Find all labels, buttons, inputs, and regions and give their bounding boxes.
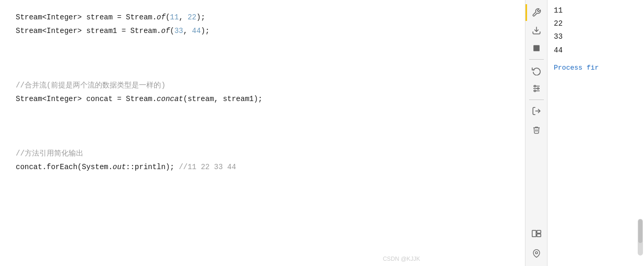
watermark: CSDN @KJJK [383, 256, 420, 262]
layout-button[interactable] [528, 225, 545, 242]
exit-button[interactable] [528, 103, 545, 119]
comment-text: //方法引用简化输出 [16, 147, 83, 160]
stop-button[interactable] [528, 40, 545, 57]
code-text: concat.forEach(System.out::println); //1… [16, 160, 236, 174]
delete-button[interactable] [528, 121, 545, 138]
download-button[interactable] [528, 22, 545, 39]
pin-button[interactable] [528, 245, 545, 262]
code-line-empty-6 [16, 133, 525, 147]
process-finished-text: Process fir [554, 64, 599, 72]
code-line-empty-5 [16, 119, 525, 133]
wrench-button[interactable] [528, 4, 545, 21]
output-line-4: 44 [554, 44, 638, 57]
output-line-1: 11 [554, 4, 638, 17]
svg-rect-10 [536, 230, 541, 233]
sidebar-toolbar [525, 0, 547, 266]
svg-point-7 [534, 90, 535, 92]
main-container: Stream<Integer> stream = Stream.of(11, 2… [0, 0, 644, 266]
output-line-2: 22 [554, 17, 638, 30]
svg-rect-1 [533, 45, 540, 51]
code-line-empty-3 [16, 65, 525, 79]
svg-point-6 [537, 88, 539, 90]
code-text: Stream<Integer> concat = Stream.concat(s… [16, 92, 263, 106]
svg-point-5 [534, 85, 535, 87]
rerun-button[interactable] [528, 62, 545, 79]
code-line-foreach: concat.forEach(System.out::println); //1… [16, 160, 525, 174]
code-line-2: Stream<Integer> stream1 = Stream.of(33, … [16, 24, 525, 38]
toolbar-separator-2 [529, 99, 544, 100]
svg-rect-9 [532, 230, 536, 237]
output-scrollbar[interactable] [638, 219, 643, 256]
code-editor: Stream<Integer> stream = Stream.of(11, 2… [0, 0, 525, 266]
toolbar-separator-1 [529, 59, 544, 60]
svg-rect-11 [536, 234, 541, 237]
comment-text: //合并流(前提是两个流的数据类型是一样的) [16, 79, 166, 92]
output-panel: 11 22 33 44 Process fir [547, 0, 644, 266]
code-line-empty-1 [16, 38, 525, 51]
code-line-empty-4 [16, 106, 525, 119]
output-line-3: 33 [554, 30, 638, 43]
settings-button[interactable] [528, 80, 545, 97]
code-text: Stream<Integer> stream1 = Stream.of(33, … [16, 24, 210, 38]
active-marker [525, 4, 527, 21]
code-line-concat: Stream<Integer> concat = Stream.concat(s… [16, 92, 525, 106]
svg-point-12 [535, 252, 538, 254]
output-scrollbar-thumb [638, 219, 642, 243]
code-text: Stream<Integer> stream = Stream.of(11, 2… [16, 10, 205, 24]
code-comment-1: //合并流(前提是两个流的数据类型是一样的) [16, 79, 525, 92]
code-line-empty-2 [16, 51, 525, 65]
code-comment-2: //方法引用简化输出 [16, 147, 525, 160]
code-line-1: Stream<Integer> stream = Stream.of(11, 2… [16, 10, 525, 24]
